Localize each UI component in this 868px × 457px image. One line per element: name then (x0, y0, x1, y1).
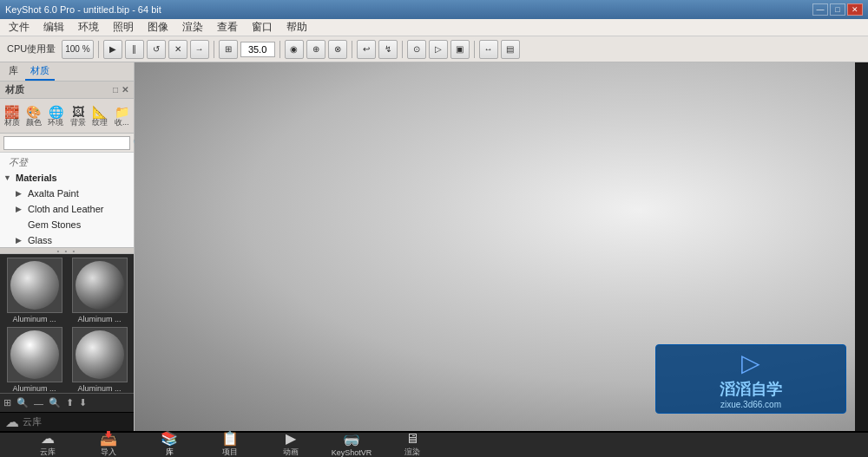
slider-icon[interactable]: — (34, 398, 43, 408)
toolbar-sep-1 (98, 41, 99, 58)
grid-btn[interactable]: ⊞ (219, 40, 238, 59)
render-value-input[interactable] (240, 42, 275, 57)
tool-10[interactable]: ▤ (501, 40, 520, 59)
tree-item-materials[interactable]: ▼ Materials (0, 170, 134, 186)
cpu-label: CPU使用量 (3, 42, 59, 55)
tree-item-glass[interactable]: ▶ Glass (0, 232, 134, 247)
tool-4[interactable]: ↩ (357, 40, 376, 59)
cloud-icon[interactable]: ☁ (5, 414, 19, 430)
task-library[interactable]: 📚 库 (139, 432, 200, 457)
close-render-btn[interactable]: ✕ (168, 40, 187, 59)
pause-btn[interactable]: ‖ (125, 40, 144, 59)
thumb-divider[interactable]: • • • (0, 247, 134, 254)
menu-help[interactable]: 帮助 (281, 18, 312, 36)
cloud-bar: ☁ 云库 (0, 412, 134, 431)
tool-8[interactable]: ▣ (450, 40, 470, 59)
window-controls: — □ ✕ (812, 3, 863, 16)
tree-item-axalta[interactable]: ▶ Axalta Paint (0, 186, 134, 201)
arrow-glass: ▶ (16, 236, 28, 245)
tool-2[interactable]: ⊕ (306, 40, 326, 59)
refresh-btn[interactable]: ↺ (147, 40, 166, 59)
panel-bottom-bar: ⊞ 🔍 — 🔍 ⬆ ⬇ (0, 393, 134, 412)
zoom-display[interactable]: 100 % (62, 40, 93, 59)
render-area: ▷ 滔滔自学 zixue.3d66.com (135, 62, 855, 431)
thumb-img-1 (72, 258, 128, 313)
cloud-task-icon: ☁ (41, 432, 55, 446)
tool-7[interactable]: ▷ (429, 40, 448, 59)
task-import[interactable]: 📥 导入 (78, 432, 139, 457)
menu-lighting[interactable]: 照明 (108, 18, 139, 36)
sphere-render-3 (76, 330, 124, 379)
expand-arrow: ▼ (3, 173, 16, 182)
search-input[interactable] (3, 136, 130, 150)
mat-tab-materials[interactable]: 🧱 材质 (2, 104, 22, 128)
task-render[interactable]: 🖥 渲染 (382, 432, 443, 457)
thumb-item-0[interactable]: Aluminum ... (3, 258, 65, 323)
tool-3[interactable]: ⊗ (328, 40, 347, 59)
tool-9[interactable]: ↔ (479, 40, 498, 59)
thumb-item-2[interactable]: Aluminum ... (3, 327, 65, 393)
next-btn[interactable]: → (190, 40, 209, 59)
title-text: KeyShot 6.0 Pro - untitled.bip - 64 bit (5, 4, 161, 15)
tool-1[interactable]: ◉ (285, 40, 304, 59)
mat-tab-collect[interactable]: 📁 收... (112, 104, 132, 128)
task-animation[interactable]: ▶ 动画 (260, 432, 321, 457)
thumbnails-area: Aluminum ... Aluminum ... Aluminum ... A… (0, 254, 134, 393)
upload-icon[interactable]: ⬆ (66, 397, 74, 408)
minimize-button[interactable]: — (812, 3, 828, 16)
menu-view[interactable]: 查看 (212, 18, 243, 36)
collect-icon: 📁 (115, 106, 129, 118)
menu-edit[interactable]: 编辑 (38, 18, 69, 36)
task-keyshot-vr[interactable]: 🥽 KeyShotVR (321, 434, 382, 457)
tree-item-gem[interactable]: ▶ Gem Stones (0, 217, 134, 232)
toolbar-sep-3 (279, 41, 280, 58)
cloud-label: 云库 (23, 415, 42, 428)
env-icon: 🌐 (49, 106, 63, 118)
panel-title-icons: □ ✕ (113, 85, 128, 95)
panel-close-icon[interactable]: ✕ (122, 85, 128, 95)
tool-5[interactable]: ↯ (378, 40, 398, 59)
texture-icon: 📐 (92, 106, 107, 118)
mat-tab-env[interactable]: 🌐 环境 (46, 104, 66, 128)
watermark-url: zixue.3d66.com (720, 400, 781, 409)
grid-view-icon[interactable]: ⊞ (3, 397, 11, 408)
watermark-logo: ▷ (741, 349, 760, 377)
left-panel: 库 材质 材质 □ ✕ 🧱 材质 🎨 颜色 🌐 环境 (0, 62, 135, 431)
menu-file[interactable]: 文件 (3, 18, 35, 36)
menu-window[interactable]: 窗口 (247, 18, 278, 36)
close-button[interactable]: ✕ (847, 3, 863, 16)
thumb-label-0: Aluminum ... (12, 315, 56, 323)
menu-bar: 文件 编辑 环境 照明 图像 渲染 查看 窗口 帮助 (0, 19, 868, 36)
import-task-icon: 📥 (100, 432, 117, 446)
task-project[interactable]: 📋 项目 (200, 432, 260, 457)
zoom-plus-icon[interactable]: 🔍 (49, 397, 61, 408)
mat-tab-colors[interactable]: 🎨 颜色 (23, 104, 43, 128)
watermark: ▷ 滔滔自学 zixue.3d66.com (655, 344, 846, 414)
tab-library[interactable]: 库 (3, 62, 23, 81)
menu-image[interactable]: 图像 (142, 18, 174, 36)
thumb-item-1[interactable]: Aluminum ... (69, 258, 130, 323)
title-bar: KeyShot 6.0 Pro - untitled.bip - 64 bit … (0, 0, 868, 19)
tool-6[interactable]: ⊙ (407, 40, 426, 59)
render-task-icon: 🖥 (405, 432, 419, 446)
toolbar-sep-2 (214, 41, 214, 58)
tree-item-cloth[interactable]: ▶ Cloth and Leather (0, 201, 134, 217)
thumb-img-0 (7, 258, 62, 313)
mat-tab-bg[interactable]: 🖼 背景 (68, 104, 88, 128)
zoom-minus-icon[interactable]: 🔍 (16, 397, 29, 408)
play-btn[interactable]: ▶ (103, 40, 122, 59)
toolbar-sep-4 (352, 41, 352, 58)
mat-tab-texture[interactable]: 📐 纹理 (89, 104, 109, 128)
tab-materials[interactable]: 材质 (25, 62, 55, 81)
sphere-render-2 (10, 330, 59, 379)
menu-env[interactable]: 环境 (73, 18, 104, 36)
menu-render[interactable]: 渲染 (177, 18, 208, 36)
sphere-render-0 (10, 261, 59, 310)
panel-pin-icon[interactable]: □ (113, 85, 118, 95)
task-cloud[interactable]: ☁ 云库 (17, 432, 78, 457)
thumb-item-3[interactable]: Aluminum ... (69, 327, 130, 393)
panel-tab-bar: 库 材质 (0, 62, 134, 82)
maximize-button[interactable]: □ (830, 3, 845, 16)
download-icon[interactable]: ⬇ (79, 397, 87, 408)
panel-title-text: 材质 (5, 83, 24, 96)
